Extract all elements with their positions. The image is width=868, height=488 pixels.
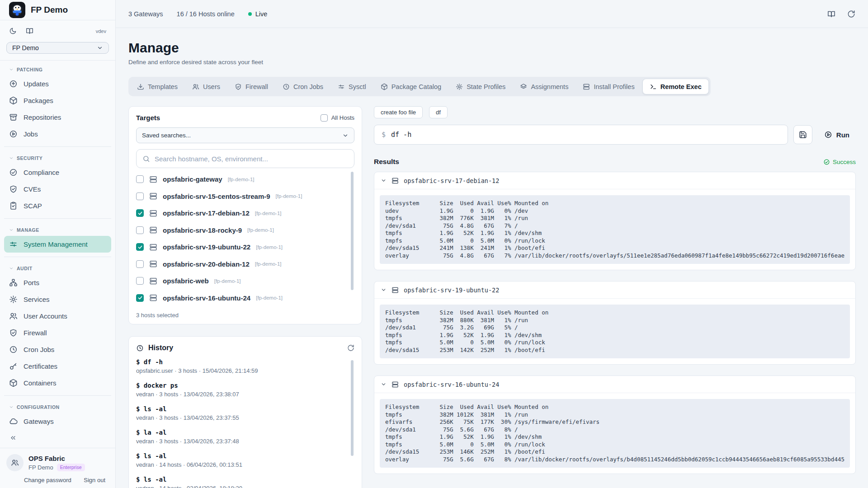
target-host-row[interactable]: opsfabric-gateway [fp-demo-1] xyxy=(136,171,347,188)
history-list: $ df -h opsfabric.user · 3 hosts · 15/04… xyxy=(136,358,354,488)
sidebar-item-packages[interactable]: Packages xyxy=(4,92,111,109)
tab-assignments[interactable]: Assignments xyxy=(513,79,575,94)
history-entry[interactable]: $ ls -al vedran · 3 hosts · 13/04/2026, … xyxy=(136,405,347,421)
host-checkbox[interactable] xyxy=(136,260,144,268)
tab-remote-exec[interactable]: Remote Exec xyxy=(642,79,709,94)
server-icon xyxy=(392,381,399,388)
users-icon xyxy=(11,459,19,467)
host-checkbox[interactable] xyxy=(136,226,144,234)
host-checkbox[interactable] xyxy=(136,175,144,183)
tab-firewall[interactable]: Firewall xyxy=(228,79,275,94)
sidebar-item-certificates[interactable]: Certificates xyxy=(4,358,111,375)
dark-mode-icon[interactable] xyxy=(9,27,17,35)
target-host-row[interactable]: opsfabric-srv-18-rocky-9 [fp-demo-1] xyxy=(136,222,347,239)
chevrons-left-icon xyxy=(9,434,17,441)
sidebar-item-firewall[interactable]: Firewall xyxy=(4,324,111,341)
server-icon xyxy=(149,209,157,217)
tab-users[interactable]: Users xyxy=(185,79,227,94)
history-entry[interactable]: $ ls -al vedran · 14 hosts · 06/04/2026,… xyxy=(136,452,347,468)
selection-count: 3 hosts selected xyxy=(136,312,354,319)
sidebar-item-repositories[interactable]: Repositories xyxy=(4,109,111,126)
target-host-row[interactable]: opsfabric-srv-19-ubuntu-22 [fp-demo-1] xyxy=(136,239,347,256)
tab-templates[interactable]: Templates xyxy=(130,79,184,94)
clipboard-check-icon xyxy=(9,202,18,210)
sidebar-item-system-management[interactable]: System Management xyxy=(4,236,111,253)
all-hosts-toggle[interactable]: All Hosts xyxy=(321,114,354,122)
host-checkbox[interactable] xyxy=(136,294,144,302)
terminal-icon xyxy=(650,83,657,90)
target-host-row[interactable]: opsfabric-srv-20-debian-12 [fp-demo-1] xyxy=(136,256,347,273)
all-hosts-checkbox[interactable] xyxy=(321,114,328,122)
sidebar-section-audit[interactable]: AUDIT xyxy=(4,261,111,274)
sidebar-item-services[interactable]: Services xyxy=(4,291,111,308)
layers-icon xyxy=(520,83,527,90)
host-search-input[interactable] xyxy=(155,155,348,163)
docs-icon[interactable] xyxy=(827,10,835,18)
divider xyxy=(4,257,111,257)
history-title: History xyxy=(148,344,173,352)
tab-state-profiles[interactable]: State Profiles xyxy=(449,79,512,94)
result-host-header[interactable]: opsfabric-srv-19-ubuntu-22 xyxy=(374,282,855,299)
target-host-row[interactable]: opsfabric-srv-17-debian-12 [fp-demo-1] xyxy=(136,205,347,222)
sidebar-section-manage[interactable]: MANAGE xyxy=(4,223,111,236)
result-host-header[interactable]: opsfabric-srv-16-ubuntu-24 xyxy=(374,376,855,393)
sidebar-item-cves[interactable]: CVEs xyxy=(4,181,111,197)
run-button[interactable]: Run xyxy=(818,125,856,144)
target-host-row[interactable]: opsfabric-srv-16-ubuntu-24 [fp-demo-1] xyxy=(136,290,347,307)
host-checkbox[interactable] xyxy=(136,192,144,200)
host-checkbox[interactable] xyxy=(136,277,144,285)
sidebar-section-configuration[interactable]: CONFIGURATION xyxy=(4,400,111,413)
live-dot xyxy=(248,12,252,16)
saved-searches-select[interactable]: Saved searches... xyxy=(136,127,354,143)
target-host-row[interactable]: opsfabric-srv-15-centos-stream-9 [fp-dem… xyxy=(136,188,347,205)
history-entry[interactable]: $ df -h opsfabric.user · 3 hosts · 15/04… xyxy=(136,358,347,374)
sidebar-section-patching[interactable]: PATCHING xyxy=(4,62,111,75)
history-entry[interactable]: $ ls -al vedran · 14 hosts · 02/04/2026,… xyxy=(136,476,347,488)
sidebar-item-jobs[interactable]: Jobs xyxy=(4,126,111,142)
history-entry[interactable]: $ la -al vedran · 3 hosts · 13/04/2026, … xyxy=(136,429,347,445)
sidebar-item-updates[interactable]: Updates xyxy=(4,75,111,92)
target-host-row[interactable]: opsfabric-web [fp-demo-1] xyxy=(136,272,347,290)
server-icon xyxy=(149,260,157,268)
app-logo xyxy=(9,2,25,18)
sidebar-item-gateways[interactable]: Gateways xyxy=(4,413,111,430)
tab-package-catalog[interactable]: Package Catalog xyxy=(374,79,448,94)
env-label: vdev xyxy=(96,28,106,34)
sidebar-item-containers[interactable]: Containers xyxy=(4,375,111,391)
tab-sysctl[interactable]: Sysctl xyxy=(331,79,373,94)
sidebar-collapse-button[interactable] xyxy=(0,430,27,448)
change-password-link[interactable]: Change password xyxy=(24,477,71,483)
docs-icon[interactable] xyxy=(26,27,33,35)
history-refresh-icon[interactable] xyxy=(347,344,354,352)
sidebar-section-security[interactable]: SECURITY xyxy=(4,151,111,164)
refresh-icon[interactable] xyxy=(847,10,855,18)
chevron-down-icon xyxy=(9,266,14,271)
host-list: opsfabric-gateway [fp-demo-1] opsfabric-… xyxy=(136,171,354,306)
sign-out-link[interactable]: Sign out xyxy=(84,477,105,483)
save-command-button[interactable] xyxy=(793,125,812,144)
scrollbar-thumb[interactable] xyxy=(351,172,354,290)
host-checkbox[interactable] xyxy=(136,243,144,251)
sidebar-item-compliance[interactable]: Compliance xyxy=(4,164,111,181)
plan-badge: Enterprise xyxy=(57,464,85,471)
tab-install-profiles[interactable]: Install Profiles xyxy=(576,79,641,94)
host-checkbox[interactable] xyxy=(136,209,144,217)
hosts-online-count: 16 / 16 Hosts online xyxy=(177,10,235,18)
command-output: Filesystem Size Used Avail Use% Mounted … xyxy=(380,305,850,358)
org-select[interactable]: FP Demo xyxy=(6,42,109,54)
tab-cron-jobs[interactable]: Cron Jobs xyxy=(276,79,330,94)
server-icon xyxy=(149,175,157,183)
command-input[interactable]: $ df -h xyxy=(374,125,788,145)
sidebar-item-user-accounts[interactable]: User Accounts xyxy=(4,308,111,324)
sidebar-item-scap[interactable]: SCAP xyxy=(4,197,111,214)
saved-command-chip[interactable]: df xyxy=(429,106,448,118)
sidebar-footer: OPS Fabric FP Demo Enterprise Change pas… xyxy=(0,448,115,488)
server-icon xyxy=(149,243,157,251)
sidebar-item-ports[interactable]: Ports xyxy=(4,274,111,291)
scrollbar-thumb[interactable] xyxy=(351,360,354,456)
saved-command-chip[interactable]: create foo file xyxy=(374,106,423,118)
topbar: 3 Gateways 16 / 16 Hosts online Live xyxy=(116,0,868,28)
history-entry[interactable]: $ docker ps vedran · 3 hosts · 13/04/202… xyxy=(136,382,347,398)
result-host-header[interactable]: opsfabric-srv-17-debian-12 xyxy=(374,172,855,189)
sidebar-item-cron-jobs[interactable]: Cron Jobs xyxy=(4,341,111,358)
